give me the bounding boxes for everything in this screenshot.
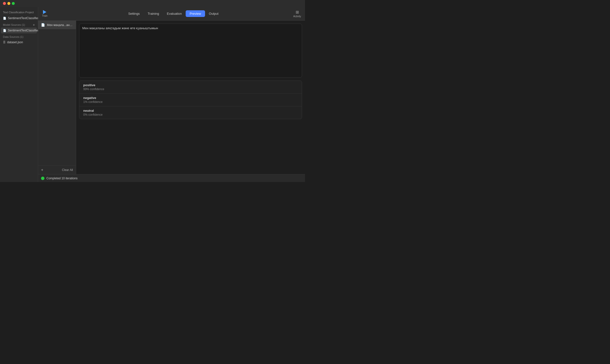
maximize-button[interactable] [12, 2, 15, 5]
result-row-neutral: neutral 0% confidence [79, 106, 302, 119]
document-icon: 📄 [3, 17, 6, 20]
result-confidence-positive: 99% confidence [83, 87, 298, 91]
tab-preview[interactable]: Preview [186, 10, 205, 17]
tab-settings[interactable]: Settings [124, 10, 144, 17]
preview-area: 📄 Мен мақала...аныштымын + Clear All pos… [38, 21, 305, 174]
model-document-icon: 📄 [3, 29, 6, 32]
model-sources-add-button[interactable]: + [33, 23, 35, 27]
classifier-label: SentimentTextClassifier [8, 16, 39, 20]
minimize-button[interactable] [7, 2, 10, 5]
close-button[interactable] [3, 2, 6, 5]
status-bar: Completed 10 iterations [38, 174, 305, 182]
train-label: Train [42, 14, 47, 17]
result-confidence-negative: 1% confidence [83, 100, 298, 104]
doc-add-button[interactable]: + [41, 168, 43, 172]
sidebar-classifier-item[interactable]: 📄 SentimentTextClassifier [0, 15, 38, 21]
train-button[interactable]: Train [42, 10, 47, 17]
nav-tabs: Settings Training Evaluation Preview Out… [53, 10, 293, 17]
result-label-negative: negative [83, 96, 298, 100]
doc-panel: 📄 Мен мақала...аныштымын + Clear All [38, 21, 76, 174]
doc-name: Мен мақала...аныштымын [47, 23, 73, 27]
result-label-neutral: neutral [83, 109, 298, 112]
sidebar-model-item[interactable]: 📄 SentimentTextClassifier [1, 28, 37, 33]
titlebar [0, 0, 305, 7]
tab-output[interactable]: Output [205, 10, 222, 17]
result-confidence-neutral: 0% confidence [83, 113, 298, 116]
activity-label: Activity [293, 15, 301, 18]
project-title: Text Classification Project [0, 9, 38, 15]
sidebar-dataset-item[interactable]: 🗄 dataset.json [0, 39, 38, 45]
text-input[interactable] [79, 24, 302, 78]
doc-add-bar: + Clear All [38, 166, 76, 174]
sidebar: Text Classification Project 📄 SentimentT… [0, 7, 38, 182]
clear-all-button[interactable]: Clear All [62, 168, 73, 172]
dataset-label: dataset.json [7, 41, 23, 44]
status-text: Completed 10 iterations [46, 177, 78, 180]
database-icon: 🗄 [3, 41, 6, 44]
activity-icon: ⊞ [296, 10, 299, 14]
result-row-negative: negative 1% confidence [79, 94, 302, 106]
model-sources-header: Model Sources (1) + [0, 21, 38, 28]
result-label-positive: positive [83, 83, 298, 87]
model-label: SentimentTextClassifier [8, 29, 39, 32]
main-container: Text Classification Project 📄 SentimentT… [0, 7, 305, 182]
train-play-icon [43, 10, 46, 14]
right-panel: positive 99% confidence negative 1% conf… [76, 21, 305, 174]
status-success-icon [41, 177, 44, 180]
tab-training[interactable]: Training [144, 10, 163, 17]
content-area: Train Settings Training Evaluation Previ… [38, 7, 305, 182]
tab-evaluation[interactable]: Evaluation [163, 10, 186, 17]
result-row-positive: positive 99% confidence [79, 81, 302, 94]
toolbar: Train Settings Training Evaluation Previ… [38, 7, 305, 21]
doc-item[interactable]: 📄 Мен мақала...аныштымын [38, 21, 76, 29]
activity-button[interactable]: ⊞ Activity [293, 10, 301, 18]
doc-file-icon: 📄 [41, 23, 45, 27]
traffic-lights [3, 2, 15, 5]
data-sources-header: Data Sources (1) [0, 33, 38, 39]
results-container: positive 99% confidence negative 1% conf… [79, 81, 302, 119]
